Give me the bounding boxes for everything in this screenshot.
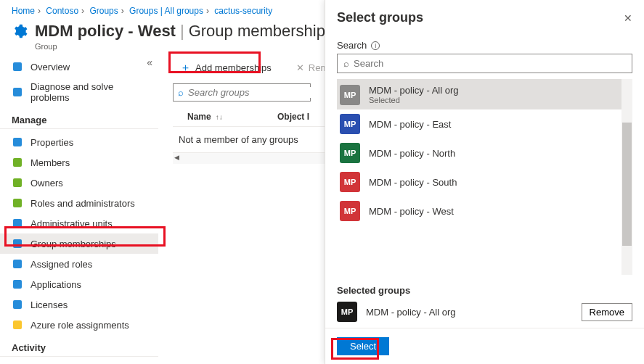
sidebar-item-label: Diagnose and solve problems — [30, 81, 147, 103]
panel-search-box[interactable]: ⌕ — [337, 54, 632, 73]
svg-rect-5 — [13, 199, 22, 207]
column-object-id[interactable]: Object I — [277, 112, 309, 122]
sidebar-item-administrative-units[interactable]: Administrative units — [0, 213, 158, 233]
avatar: MP — [340, 85, 360, 105]
panel-search-input[interactable] — [354, 58, 626, 69]
sidebar-item-label: Assigned roles — [30, 259, 92, 270]
info-icon — [12, 61, 23, 73]
group-item[interactable]: MPMDM - policy - All orgSelected — [337, 79, 632, 109]
sidebar: « OverviewDiagnose and solve problems Ma… — [0, 51, 158, 364]
breadcrumb-link[interactable]: Groups | All groups — [129, 6, 203, 16]
group-item[interactable]: MPMDM - policy - North — [337, 138, 632, 167]
svg-rect-11 — [13, 320, 22, 329]
column-name[interactable]: Name — [187, 112, 211, 122]
remove-button[interactable]: Remove — [582, 303, 632, 321]
sidebar-item-label: Members — [30, 157, 70, 168]
svg-rect-1 — [13, 88, 22, 96]
group-list: MPMDM - policy - All orgSelectedMPMDM - … — [337, 79, 632, 275]
group-item[interactable]: MPMDM - policy - West — [337, 197, 632, 226]
sidebar-item-overview[interactable]: Overview — [0, 57, 158, 77]
sidebar-item-group-memberships[interactable]: Group memberships — [0, 233, 158, 254]
sidebar-item-assigned-roles[interactable]: Assigned roles — [0, 254, 158, 274]
sidebar-item-label: Licenses — [30, 299, 68, 310]
search-icon: ⌕ — [343, 58, 349, 69]
sidebar-item-members[interactable]: Members — [0, 152, 158, 173]
x-icon: ✕ — [296, 62, 304, 73]
avatar: MP — [340, 172, 360, 192]
avatar: MP — [340, 114, 360, 134]
diagnose-icon — [12, 86, 23, 98]
group-memberships-icon — [12, 238, 23, 249]
sidebar-item-label: Overview — [30, 62, 70, 73]
select-button[interactable]: Select — [337, 337, 389, 355]
plus-icon: ＋ — [180, 61, 191, 75]
owners-icon — [12, 177, 23, 189]
sidebar-item-label: Owners — [30, 178, 63, 189]
search-groups-input[interactable] — [188, 87, 311, 98]
sidebar-item-applications[interactable]: Applications — [0, 274, 158, 294]
svg-rect-8 — [13, 260, 22, 268]
roles-icon — [12, 197, 23, 209]
scrollbar-thumb[interactable] — [622, 123, 632, 246]
breadcrumb-link[interactable]: cactus-security — [214, 6, 272, 16]
group-item-label: MDM - policy - All org — [369, 85, 459, 96]
applications-icon — [12, 278, 23, 290]
search-groups-box[interactable]: ⌕ — [173, 83, 311, 102]
breadcrumb-link[interactable]: Contoso — [46, 6, 78, 16]
sidebar-item-owners[interactable]: Owners — [0, 173, 158, 193]
breadcrumb-link[interactable]: Groups — [89, 6, 118, 16]
members-icon — [12, 157, 23, 168]
avatar: MP — [340, 143, 360, 163]
sidebar-item-properties[interactable]: Properties — [0, 132, 158, 152]
sidebar-item-label: Group memberships — [30, 239, 116, 249]
info-icon[interactable]: i — [371, 41, 380, 50]
panel-search-label: Search i — [337, 40, 632, 51]
svg-rect-3 — [13, 158, 22, 167]
gear-icon — [12, 23, 28, 39]
svg-rect-10 — [13, 300, 22, 309]
group-item-sub: Selected — [369, 96, 459, 104]
svg-rect-6 — [13, 219, 22, 228]
sidebar-item-label: Roles and administrators — [30, 198, 135, 209]
group-item[interactable]: MPMDM - policy - South — [337, 167, 632, 197]
group-item-label: MDM - policy - West — [369, 206, 454, 217]
sidebar-item-licenses[interactable]: Licenses — [0, 294, 158, 315]
add-memberships-button[interactable]: ＋ Add memberships — [173, 58, 279, 78]
search-icon: ⌕ — [178, 87, 184, 98]
title-sub-text: Group memberships — [189, 22, 333, 40]
group-item-label: MDM - policy - North — [369, 148, 455, 159]
admin-units-icon — [12, 218, 23, 229]
svg-rect-9 — [13, 280, 22, 289]
sort-icon[interactable]: ↑↓ — [216, 113, 223, 121]
close-icon[interactable]: ✕ — [624, 12, 632, 24]
group-item-label: MDM - policy - South — [369, 177, 457, 188]
sidebar-section-activity: Activity — [0, 335, 158, 357]
avatar: MP — [340, 201, 360, 221]
selected-groups-heading: Selected groups — [337, 285, 632, 296]
collapse-sidebar-icon[interactable]: « — [147, 57, 152, 68]
sidebar-item-diagnose-and-solve-problems[interactable]: Diagnose and solve problems — [0, 77, 158, 107]
panel-title: Select groups — [337, 10, 423, 25]
azure-role-icon — [12, 319, 23, 331]
sidebar-item-roles-and-administrators[interactable]: Roles and administrators — [0, 193, 158, 213]
scroll-left-icon[interactable]: ◀ — [174, 154, 179, 161]
sidebar-section-manage: Manage — [0, 107, 158, 129]
avatar: MP — [337, 302, 357, 322]
selected-group-item: MPMDM - policy - All orgRemove — [337, 302, 632, 322]
group-item[interactable]: MPMDM - policy - East — [337, 109, 632, 138]
svg-rect-0 — [13, 62, 22, 71]
svg-rect-7 — [13, 239, 22, 248]
licenses-icon — [12, 299, 23, 310]
sidebar-item-privileged-access-preview-[interactable]: Privileged access (Preview) — [0, 360, 158, 364]
sidebar-item-label: Azure role assignments — [30, 320, 129, 331]
select-groups-panel: Select groups ✕ Search i ⌕ MPMDM - polic… — [325, 0, 644, 364]
sidebar-item-label: Administrative units — [30, 218, 113, 229]
svg-rect-2 — [13, 138, 22, 146]
sidebar-item-label: Properties — [30, 137, 73, 148]
assigned-roles-icon — [12, 258, 23, 270]
selected-group-label: MDM - policy - All org — [366, 307, 456, 318]
breadcrumb-link[interactable]: Home — [12, 6, 35, 16]
svg-rect-4 — [13, 178, 22, 187]
sidebar-item-azure-role-assignments[interactable]: Azure role assignments — [0, 315, 158, 335]
add-label: Add memberships — [195, 62, 272, 73]
